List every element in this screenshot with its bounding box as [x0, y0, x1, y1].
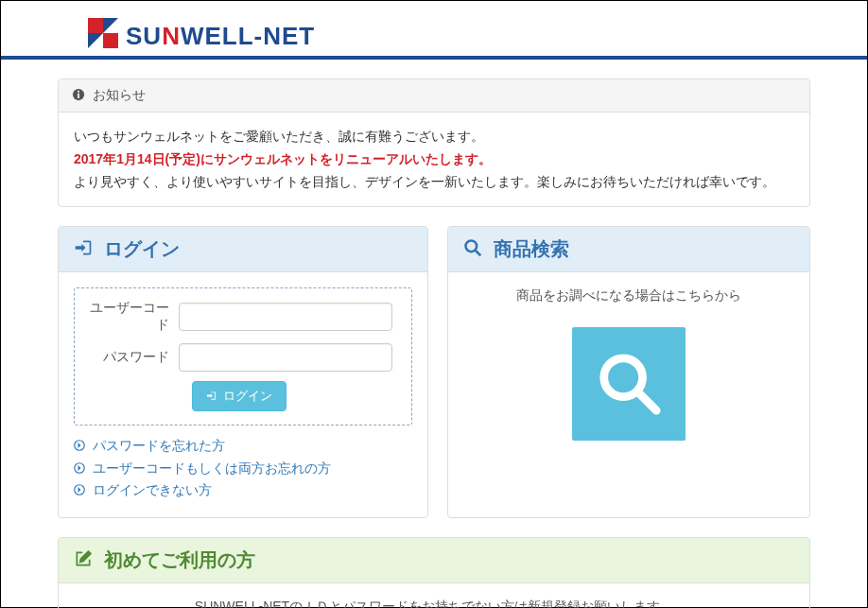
svg-rect-3 [103, 33, 118, 48]
notice-body: いつもサンウェルネットをご愛顧いただき、誠に有難うございます。 2017年1月1… [59, 113, 809, 206]
logo-text: SUNWELL-NET [126, 24, 315, 48]
search-panel-header: 商品検索 [448, 227, 809, 272]
register-title: 初めてご利用の方 [104, 549, 255, 570]
arrow-circle-right-icon [74, 459, 85, 479]
svg-line-11 [476, 251, 481, 256]
notice-line-3: より見やすく、より使いやすいサイトを目指し、デザインを一新いたします。楽しみにお… [74, 171, 794, 194]
notice-line-2: 2017年1月14日(予定)にサンウェルネットをリニューアルいたします。 [74, 148, 794, 171]
search-icon [463, 238, 482, 262]
svg-marker-2 [88, 33, 103, 48]
login-form: ユーザーコード パスワード ログイン [74, 287, 412, 426]
arrow-circle-right-icon [74, 480, 85, 501]
svg-rect-0 [88, 18, 103, 33]
product-search-button[interactable] [572, 327, 686, 441]
forgot-password-link[interactable]: パスワードを忘れた方 [74, 435, 412, 457]
password-input[interactable] [179, 343, 392, 372]
search-large-icon [596, 350, 662, 419]
search-description: 商品をお調べになる場合はこちらから [463, 287, 794, 304]
product-search-panel: 商品検索 商品をお調べになる場合はこちらから [447, 226, 810, 517]
notice-line-1: いつもサンウェルネットをご愛顧いただき、誠に有難うございます。 [74, 126, 794, 148]
page-header: SUNWELL-NET [1, 1, 867, 60]
register-panel-header: 初めてご利用の方 [59, 538, 809, 583]
logo-icon [88, 18, 118, 48]
site-logo[interactable]: SUNWELL-NET [88, 18, 867, 48]
login-title: ログイン [104, 238, 180, 259]
edit-icon [74, 549, 93, 573]
notice-header: お知らせ [59, 79, 809, 113]
info-icon [72, 88, 85, 104]
notice-title: お知らせ [93, 87, 146, 102]
cannot-login-link[interactable]: ログインできない方 [74, 479, 412, 501]
login-help-links: パスワードを忘れた方 ユーザーコードもしくは両方お忘れの方 [74, 435, 412, 501]
usercode-input[interactable] [179, 303, 392, 331]
password-label: パスワード [86, 349, 179, 366]
login-panel-header: ログイン [59, 227, 427, 272]
login-button[interactable]: ログイン [192, 381, 286, 411]
forgot-both-link[interactable]: ユーザーコードもしくは両方お忘れの方 [74, 458, 412, 479]
usercode-label: ユーザーコード [86, 300, 179, 334]
svg-rect-5 [78, 93, 79, 97]
register-description: SUNWELL-NETのＩＤとパスワードをお持ちでない方は新規登録お願いします。 [74, 599, 794, 608]
register-panel: 初めてご利用の方 SUNWELL-NETのＩＤとパスワードをお持ちでない方は新規… [58, 537, 810, 608]
notice-panel: お知らせ いつもサンウェルネットをご愛顧いただき、誠に有難うございます。 201… [58, 78, 810, 207]
search-title: 商品検索 [494, 238, 569, 259]
signin-icon [74, 238, 93, 262]
arrow-circle-right-icon [74, 436, 85, 457]
login-panel: ログイン ユーザーコード パスワード [58, 226, 428, 517]
signin-small-icon [206, 390, 217, 404]
svg-line-13 [638, 392, 656, 410]
svg-point-6 [78, 90, 79, 92]
svg-marker-1 [103, 18, 118, 33]
svg-point-10 [466, 241, 477, 252]
